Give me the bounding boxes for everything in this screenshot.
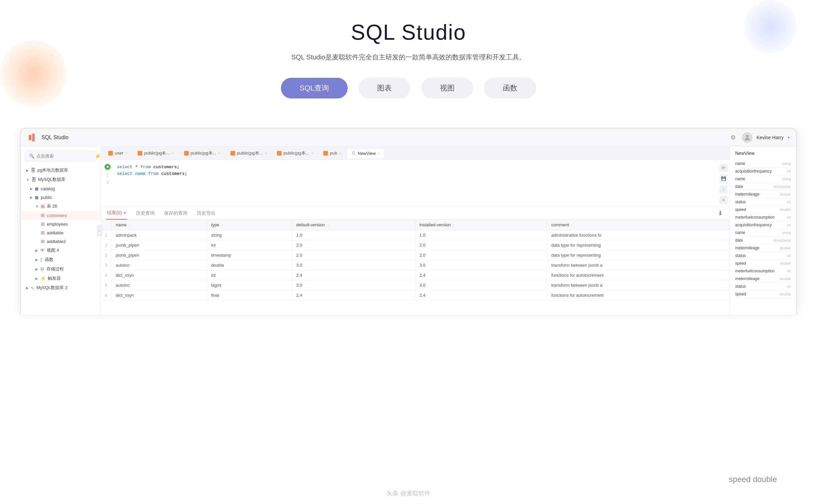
schema-icon: ◼ xyxy=(35,186,39,191)
sidebar-item-mysql-db2[interactable]: ▶ ∿ MySQL数据库 2 xyxy=(21,283,101,292)
field-type: int xyxy=(787,200,791,204)
cell-rownum: 6 xyxy=(101,290,112,300)
sort-icon-name[interactable]: ↓ xyxy=(129,223,131,227)
cell-rownum: 3 xyxy=(101,260,112,270)
tab-close-pg3[interactable]: × xyxy=(265,151,267,155)
download-button[interactable]: ↓ xyxy=(719,185,727,193)
cell-name: dict_xsyn xyxy=(112,290,207,300)
query-tab-pub[interactable]: pub × xyxy=(319,149,346,158)
settings-icon[interactable]: ⚙ xyxy=(728,133,738,142)
query-tab-pg3[interactable]: public(pg本... × xyxy=(226,148,272,158)
settings-tool-button[interactable]: ≡ xyxy=(719,196,727,204)
format-button[interactable]: ⟳ xyxy=(719,164,727,172)
panel-tab-results[interactable]: 结果(0) ✕ xyxy=(106,207,127,220)
sort-icon-comment[interactable]: ↑ xyxy=(572,223,574,227)
editor-line-2: select name from customers; xyxy=(117,171,715,177)
table-row: 2 jsonb_plperl timestamp 2.0 2.0 data ty… xyxy=(101,250,729,260)
sidebar-item-pg-db[interactable]: ▶ 🗄 pg本地元数据库 xyxy=(21,166,101,175)
cell-comment: functions for autoincrement xyxy=(547,270,729,280)
field-row: speed double xyxy=(735,260,791,267)
sidebar-item-addtable2[interactable]: ⊞ addtable2 xyxy=(21,237,101,246)
query-tab-user[interactable]: user × xyxy=(104,149,132,158)
cell-comment: transform between jsonb a xyxy=(547,280,729,290)
editor-line-1: select * from customers; xyxy=(117,164,715,171)
sidebar-item-employees[interactable]: ⊞ employees xyxy=(21,220,101,228)
sort-icon-installed[interactable]: ↑ xyxy=(453,223,455,227)
save-button[interactable]: 💾 xyxy=(719,175,727,183)
field-type: int xyxy=(787,215,791,219)
field-name: metermileage xyxy=(735,276,760,281)
panel-tab-saved-query[interactable]: 保存的查询 xyxy=(163,207,188,220)
line-num-1: 1 xyxy=(107,172,109,179)
cell-default-version: 2.4 xyxy=(292,270,415,280)
table-row: 5 autoinc bigint 3.0 3.0 transform betwe… xyxy=(101,280,729,290)
svg-rect-0 xyxy=(29,135,31,140)
feature-tabs: SQL查询 图表 视图 函数 xyxy=(13,78,804,98)
panel-tab-history-export[interactable]: 历史导出 xyxy=(196,207,216,220)
query-tab-newview[interactable]: 🗒 NewView × xyxy=(347,149,385,158)
tab-close-pg4[interactable]: × xyxy=(311,151,313,155)
export-download-button[interactable]: ⬇ xyxy=(716,208,724,218)
sort-icon-default[interactable]: ↓ xyxy=(327,223,329,227)
sidebar-item-view-group[interactable]: ▶ 👁 视图 4 xyxy=(21,246,101,255)
sidebar-collapse-button[interactable]: ‹ xyxy=(97,225,102,236)
tab-view[interactable]: 视图 xyxy=(421,78,473,98)
tab-close-pub[interactable]: × xyxy=(339,151,341,155)
field-name: status xyxy=(735,284,746,289)
tab-chart[interactable]: 图表 xyxy=(358,78,411,98)
field-row: name string xyxy=(735,175,791,183)
view-icon: 👁 xyxy=(40,248,45,253)
cell-name: adminpack xyxy=(112,230,207,240)
table-icon-2: ⊞ xyxy=(41,221,45,227)
window-titlebar: SQL Studio ⚙ Kevine Harry ▾ xyxy=(21,129,796,147)
tab-close-pg2[interactable]: × xyxy=(218,151,220,155)
field-type: timestamp xyxy=(774,238,791,242)
col-installed-version[interactable]: installed-version ↑ xyxy=(415,220,547,230)
sidebar-item-mysql-db[interactable]: ▼ 🗄 MySQL数据库 xyxy=(21,175,101,184)
sort-icon-type[interactable]: ↕ xyxy=(222,223,223,227)
cell-installed-version: 1.0 xyxy=(415,230,547,240)
cell-installed-version: 3.0 xyxy=(415,260,547,270)
field-type: int xyxy=(787,254,791,258)
query-tab-pg2[interactable]: public(pg本... × xyxy=(179,148,225,158)
editor-tools: ⟳ 💾 ↓ ≡ xyxy=(717,163,729,204)
sidebar-item-trigger-group[interactable]: ▶ ⚡ 触发器 xyxy=(21,274,101,283)
col-type[interactable]: type ↕ xyxy=(207,220,292,230)
db-icon: 🗄 xyxy=(31,168,35,173)
sidebar-item-func-group[interactable]: ▶ ƒ 函数 xyxy=(21,255,101,264)
tab-close-pg1[interactable]: × xyxy=(172,151,174,155)
search-input[interactable] xyxy=(36,154,93,159)
run-button[interactable] xyxy=(105,164,111,170)
panel-tab-history-query[interactable]: 历史查询 xyxy=(135,207,155,220)
query-tab-pg1[interactable]: public(pg本... × xyxy=(133,148,179,158)
sidebar-item-proc-group[interactable]: ▶ ⚙ 存储过程 xyxy=(21,264,101,274)
field-type: double xyxy=(780,192,791,196)
sidebar-item-addtable[interactable]: ⊞ addtable xyxy=(21,228,101,237)
editor-content[interactable]: select * from customers; select name fro… xyxy=(114,163,717,204)
tab-close-newview[interactable]: × xyxy=(378,151,380,155)
cell-default-version: 2.0 xyxy=(292,240,415,250)
col-default-version[interactable]: default-version ↓ xyxy=(292,220,415,230)
cell-name: jsonb_plperl xyxy=(112,250,207,260)
query-tab-pg4[interactable]: public(pg本... × xyxy=(272,148,318,158)
table-group-icon: ⊞ xyxy=(41,204,45,209)
field-name: acquisitionfrequency xyxy=(735,169,772,174)
col-name[interactable]: name ↓ xyxy=(112,220,207,230)
cell-name: autoinc xyxy=(112,260,207,270)
field-row: status int xyxy=(735,252,791,260)
col-comment[interactable]: comment ↑ xyxy=(547,220,729,230)
sidebar-item-public[interactable]: ▶ ◼ public xyxy=(21,193,101,202)
tab-function[interactable]: 函数 xyxy=(484,78,536,98)
hero-subtitle: SQL Studio是麦聪软件完全自主研发的一款简单高效的数据库管理和开发工具。 xyxy=(13,53,804,62)
sidebar-item-catalog[interactable]: ▶ ◼ catalog xyxy=(21,184,101,193)
sidebar-item-customers[interactable]: ⊞ customers xyxy=(21,211,101,220)
tab-close-user[interactable]: × xyxy=(125,151,127,155)
editor-gutter: 1 2 xyxy=(101,163,114,204)
cell-name: autoinc xyxy=(112,280,207,290)
bolt-icon[interactable]: ⚡ xyxy=(95,153,101,159)
sidebar-item-table-group[interactable]: ▼ ⊞ 表 26 xyxy=(21,202,101,211)
search-bar[interactable]: 🔍 ⚡ xyxy=(25,151,97,162)
cell-rownum: 5 xyxy=(101,280,112,290)
sidebar: 🔍 ⚡ ▶ 🗄 pg本地元数据库 ▼ 🗄 MySQL数据库 ▶ ◼ catalo… xyxy=(21,147,101,315)
tab-sql-query[interactable]: SQL查询 xyxy=(281,78,348,98)
